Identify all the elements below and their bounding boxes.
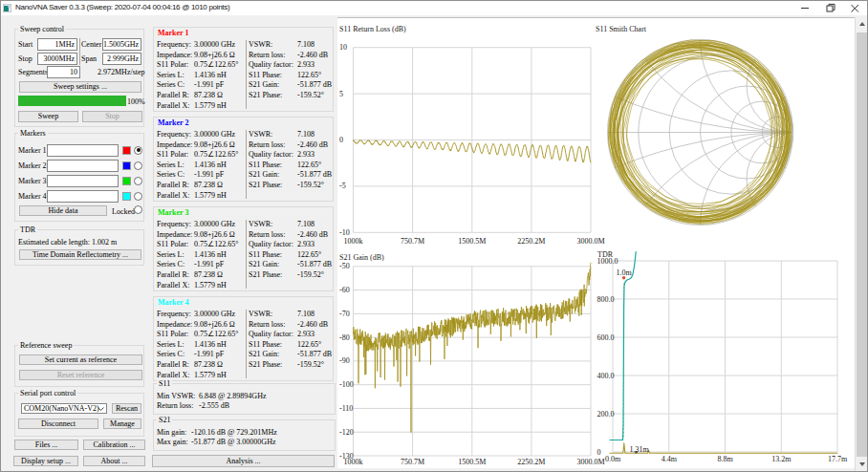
marker-field-value: -51.877 dB [297,260,332,268]
marker-field-label: Quality factor: [249,330,293,338]
marker-field-value: 7.108 [297,40,315,49]
marker-field-value: 3.00000 GHz [194,130,235,139]
disconnect-button[interactable]: Disconnect [18,418,98,429]
locked-label: Locked [112,207,135,216]
marker-field-label: Parallel X: [157,191,189,200]
marker-field-label: VSWR: [249,310,272,318]
marker-field-label: S11 Polar: [157,240,188,248]
s21-gain-chart[interactable] [337,250,596,469]
analysis-button[interactable]: Analysis ... [152,455,335,467]
set-reference-button[interactable]: Set current as reference [19,354,142,365]
sweep-button[interactable]: Sweep [18,111,78,122]
stop-button[interactable]: Stop [82,111,142,122]
marker-3-color-swatch[interactable] [122,177,131,185]
marker-4-data-block: Marker 4Frequency:3.00000 GHzImpedance:9… [153,296,334,381]
marker-field-value: 7.108 [297,220,315,228]
smith-chart[interactable] [596,23,855,250]
marker-1-data-title: Marker 1 [158,29,189,37]
marker-field-label: Frequency: [157,130,191,139]
marker-field-label: S21 Gain: [249,170,279,179]
manage-button[interactable]: Manage [103,418,141,429]
marker-3-radio[interactable] [134,177,142,185]
marker-field-label: Parallel R: [157,270,189,279]
about-button[interactable]: About ... [83,456,145,466]
minimize-button[interactable] [792,1,817,15]
marker-field-label: Frequency: [157,220,191,228]
hide-data-button[interactable]: Hide data [19,205,107,216]
locked-checkbox[interactable] [134,205,142,214]
marker-field-value: -1.991 pF [194,350,224,358]
segments-input[interactable]: 10 [47,66,80,78]
app-window: NanoVNA Saver 0.3.3 (Sweep: 2020-07-04 0… [0,0,868,472]
maximize-restore-button[interactable] [817,1,842,15]
start-input[interactable]: 1MHz [37,38,77,51]
max-gain-label: Max gain: [157,438,188,446]
tdr-title: TDR [18,225,37,234]
scrollbar-thumb[interactable] [857,32,868,457]
marker-3-input[interactable] [47,175,119,187]
marker-field-value: 122.65° [297,340,321,349]
marker-field-value: 2.933 [297,330,315,338]
marker-2-color-swatch[interactable] [122,161,131,170]
close-button[interactable] [842,1,867,15]
marker-columns-divider [246,310,247,378]
marker-field-label: Parallel R: [157,360,189,369]
marker-field-label: Impedance: [157,320,192,329]
marker-field-label: Series L: [157,161,184,169]
vertical-scrollbar[interactable] [855,17,868,472]
s11-return-loss-chart[interactable] [337,23,596,250]
stop-input[interactable]: 3000MHz [37,53,77,65]
marker-4-label: Marker 4 [18,192,47,201]
span-input[interactable]: 2.999GHz [102,53,141,65]
marker-1-input[interactable] [47,144,119,157]
marker-4-color-swatch[interactable] [122,192,131,201]
marker-2-input[interactable] [47,160,119,172]
marker-1-color-swatch[interactable] [122,146,131,155]
sweep-settings-button[interactable]: Sweep settings ... [19,81,141,93]
marker-field-label: S11 Polar: [157,60,188,69]
calibration-button[interactable]: Calibration ... [83,440,145,450]
marker-2-radio[interactable] [134,161,142,170]
marker-field-value: -51.877 dB [297,170,332,179]
marker-field-label: Parallel R: [157,91,189,99]
marker-field-value: 2.933 [297,150,315,159]
serial-port-select[interactable]: COM20(NanoVNA-V2) [21,403,107,414]
marker-field-label: Return loss: [249,140,285,149]
files-button[interactable]: Files ... [14,440,78,450]
marker-1-radio[interactable] [134,146,142,155]
tdr-button[interactable]: Time Domain Reflectometry ... [19,249,141,260]
marker-4-radio[interactable] [134,192,142,201]
marker-3-data-title: Marker 3 [158,208,189,217]
marker-field-value: 1.4136 nH [194,161,227,169]
s11-stats-title: S11 [157,379,172,388]
display-setup-button[interactable]: Display setup ... [13,456,78,466]
marker-field-value: -51.877 dB [297,80,332,89]
marker-field-label: Parallel R: [157,181,189,189]
tdr-chart[interactable] [596,250,855,469]
marker-field-value: 7.108 [297,310,315,318]
min-gain-label: Min gain: [157,428,186,437]
center-input[interactable]: 1.5005GHz [102,38,141,51]
marker-field-value: 9.08+j26.6 Ω [194,51,235,59]
marker-field-value: -2.460 dB [297,320,328,329]
marker-field-value: -1.991 pF [194,260,224,268]
scroll-down-arrow-icon[interactable] [856,458,868,472]
s11-return-loss-value: -2.555 dB [199,401,229,410]
scroll-up-arrow-icon[interactable] [856,17,868,32]
marker-4-input[interactable] [47,190,119,203]
marker-4-data-title: Marker 4 [158,298,189,307]
reset-reference-button[interactable]: Reset reference [19,370,142,380]
marker-field-label: Return loss: [249,230,285,239]
marker-field-label: S21 Phase: [249,360,282,369]
charts-svg: S11 Return Loss (dB)1050-5-101000k750.7M… [337,18,855,469]
marker-field-value: -51.877 dB [297,350,332,358]
rescan-button[interactable]: Rescan [112,403,141,414]
marker-field-value: 9.08+j26.6 Ω [194,140,235,149]
marker-field-value: 9.08+j26.6 Ω [194,320,235,329]
marker-1-label: Marker 1 [18,146,47,155]
reference-sweep-title: Reference sweep [18,341,74,350]
marker-field-value: 1.4136 nH [194,71,227,79]
marker-field-label: Return loss: [249,320,285,329]
marker-field-label: VSWR: [249,130,272,139]
marker-field-value: 3.00000 GHz [194,40,235,49]
